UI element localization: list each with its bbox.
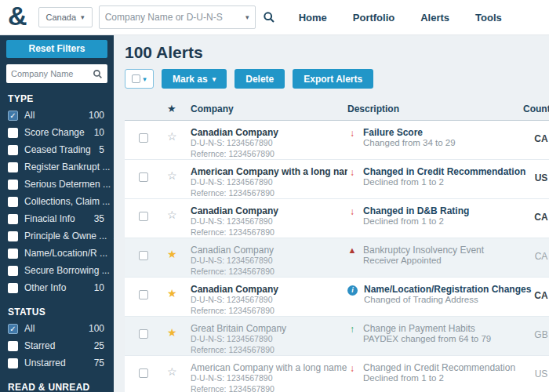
country-code: CA xyxy=(506,284,549,301)
star-outline-icon[interactable]: ☆ xyxy=(167,209,191,220)
checkbox-icon[interactable]: ✓ xyxy=(8,111,18,121)
alert-row[interactable]: ★ Canadian Company D-U-N-S: 1234567890 R… xyxy=(125,238,549,278)
column-header-country[interactable]: Country xyxy=(506,103,549,114)
column-header-description[interactable]: Description xyxy=(347,103,506,114)
alert-row[interactable]: ☆ American Company with a long name ... … xyxy=(125,356,549,392)
country-code: CA xyxy=(506,127,549,144)
sidebar-filter-status-unstarred[interactable]: Unstarred 75 xyxy=(0,354,114,372)
duns-number: D-U-N-S: 1234567890 xyxy=(191,138,347,149)
checkbox-icon[interactable]: ✓ xyxy=(8,324,18,334)
search-button[interactable] xyxy=(263,11,275,24)
checkbox-icon[interactable] xyxy=(8,358,18,368)
chevron-down-icon[interactable]: ▾ xyxy=(245,13,249,21)
delete-button[interactable]: Delete xyxy=(235,69,285,89)
checkbox-icon[interactable] xyxy=(8,231,18,241)
sidebar-filter-type-register-bankrupt[interactable]: Register Bankrupt ... 2 xyxy=(0,158,114,176)
nav-alerts[interactable]: Alerts xyxy=(420,12,449,24)
alert-title: Failure Score xyxy=(363,127,456,138)
checkbox-icon[interactable] xyxy=(8,214,18,224)
search-icon xyxy=(263,11,275,24)
export-alerts-button[interactable]: Export Alerts xyxy=(293,69,373,89)
column-header-company[interactable]: Company xyxy=(191,103,347,114)
duns-number: D-U-N-S: 1234567890 xyxy=(191,256,347,267)
sidebar-filter-type-all[interactable]: ✓ All 100 xyxy=(0,107,114,124)
country-code: GB xyxy=(506,323,549,340)
sidebar-filter-status-starred[interactable]: Starred 25 xyxy=(0,337,114,354)
company-name: American Company with a long name ... xyxy=(191,362,347,373)
description-cell: ▲ Bankruptcy Insolvency Event Receiver A… xyxy=(347,245,506,265)
info-icon: i xyxy=(347,285,358,296)
alert-detail: Changed from 34 to 29 xyxy=(363,138,456,147)
reset-filters-button[interactable]: Reset Filters xyxy=(6,40,107,58)
sidebar-filter-type-ceased-trading[interactable]: Ceased Trading 5 xyxy=(0,141,114,158)
alert-down-icon: ↓ xyxy=(347,363,357,374)
alert-title: Bankruptcy Insolvency Event xyxy=(363,245,484,256)
duns-number: D-U-N-S: 1234567890 xyxy=(191,334,347,345)
duns-number: D-U-N-S: 1234567890 xyxy=(191,295,347,306)
reference-number: Refernce: 1234567890 xyxy=(191,188,347,199)
star-outline-icon[interactable]: ☆ xyxy=(167,131,191,142)
alert-row[interactable]: ☆ American Company with a long name ... … xyxy=(125,160,549,199)
checkbox-icon[interactable] xyxy=(8,128,18,138)
table-header: ★ Company Description Country xyxy=(125,97,549,121)
checkbox-icon[interactable] xyxy=(8,180,18,190)
alerts-page: & Canada ▾ ▾ HomePortfolioAlertsTools Re… xyxy=(0,0,549,392)
nav-portfolio[interactable]: Portfolio xyxy=(353,12,394,24)
alert-row[interactable]: ★ Canadian Company D-U-N-S: 1234567890 R… xyxy=(125,278,549,317)
checkbox-icon[interactable] xyxy=(8,266,18,276)
alert-title: Change in Payment Habits xyxy=(363,323,491,334)
company-name-filter-box xyxy=(6,64,107,83)
company-search-input[interactable] xyxy=(105,12,245,23)
country-selector[interactable]: Canada ▾ xyxy=(38,7,93,27)
select-all-dropdown-button[interactable]: ▾ xyxy=(125,69,154,89)
row-checkbox[interactable] xyxy=(139,368,148,378)
star-outline-icon[interactable]: ☆ xyxy=(167,366,191,377)
checkbox-icon[interactable] xyxy=(8,145,18,155)
company-cell: American Company with a long name ... D-… xyxy=(191,362,347,392)
company-name-filter-input[interactable] xyxy=(11,69,93,78)
sidebar-filter-type-finacial-info[interactable]: Finacial Info 35 xyxy=(0,210,114,227)
row-checkbox[interactable] xyxy=(139,133,148,143)
description-cell: ↓ Changed in D&B Rating Declined from 1 … xyxy=(347,205,506,226)
star-filled-icon[interactable]: ★ xyxy=(167,249,191,260)
country-code: CA xyxy=(506,245,549,262)
sidebar-filter-type-score-change[interactable]: Score Change 10 xyxy=(0,124,114,141)
row-checkbox[interactable] xyxy=(139,329,148,339)
company-name: Great Britain Company xyxy=(191,323,347,334)
star-outline-icon[interactable]: ☆ xyxy=(167,170,191,181)
alert-title: Changed in Credit Recommendation xyxy=(363,362,515,373)
company-cell: Canadian Company D-U-N-S: 1234567890 Ref… xyxy=(191,284,347,316)
checkbox-icon[interactable] xyxy=(8,197,18,207)
checkbox-icon[interactable] xyxy=(8,249,18,259)
star-filled-icon[interactable]: ★ xyxy=(167,288,191,299)
sidebar-filter-type-name-location-r[interactable]: Name/Location/R ... 20 xyxy=(0,245,114,262)
alert-row[interactable]: ☆ Canadian Company D-U-N-S: 1234567890 R… xyxy=(125,199,549,238)
row-checkbox[interactable] xyxy=(139,212,148,221)
company-cell: Canadian Company D-U-N-S: 1234567890 Ref… xyxy=(191,245,347,277)
star-filled-icon[interactable]: ★ xyxy=(167,327,191,338)
checkbox-icon[interactable] xyxy=(8,341,18,351)
alert-detail: Receiver Appointed xyxy=(363,256,484,265)
checkbox-icon[interactable] xyxy=(8,283,18,293)
company-name: Canadian Company xyxy=(191,205,347,216)
row-checkbox[interactable] xyxy=(139,251,148,260)
sidebar-filter-type-secure-borrowing[interactable]: Secure Borrowing ... 10 xyxy=(0,262,114,279)
sidebar-filter-type-other-info[interactable]: Other Info 10 xyxy=(0,279,114,296)
nav-tools[interactable]: Tools xyxy=(475,12,502,24)
star-column-icon[interactable]: ★ xyxy=(167,103,191,114)
row-checkbox[interactable] xyxy=(139,172,148,182)
checkbox-icon xyxy=(132,74,140,83)
alert-row[interactable]: ★ Great Britain Company D-U-N-S: 1234567… xyxy=(125,317,549,356)
sidebar-filter-type-principle-owne[interactable]: Principle & Owne ... 10 xyxy=(0,227,114,245)
search-icon xyxy=(93,69,103,79)
sidebar-filter-type-collections-claim[interactable]: Collections, Claim ... 5 xyxy=(0,193,114,210)
sidebar-filter-type-serious-determen[interactable]: Serious Determen ... 3 xyxy=(0,176,114,193)
alert-row[interactable]: ☆ Canadian Company D-U-N-S: 1234567890 R… xyxy=(125,121,549,160)
checkbox-icon[interactable] xyxy=(8,162,18,172)
sidebar-filter-status-all[interactable]: ✓ All 100 xyxy=(0,320,114,337)
nav-home[interactable]: Home xyxy=(299,12,327,24)
sidebar-section-read-unread: READ & UNREAD ✓ All 100 xyxy=(0,382,114,392)
row-checkbox[interactable] xyxy=(139,290,148,299)
mark-as-button[interactable]: Mark as ▾ xyxy=(162,69,227,89)
country-code: CA xyxy=(506,205,549,223)
